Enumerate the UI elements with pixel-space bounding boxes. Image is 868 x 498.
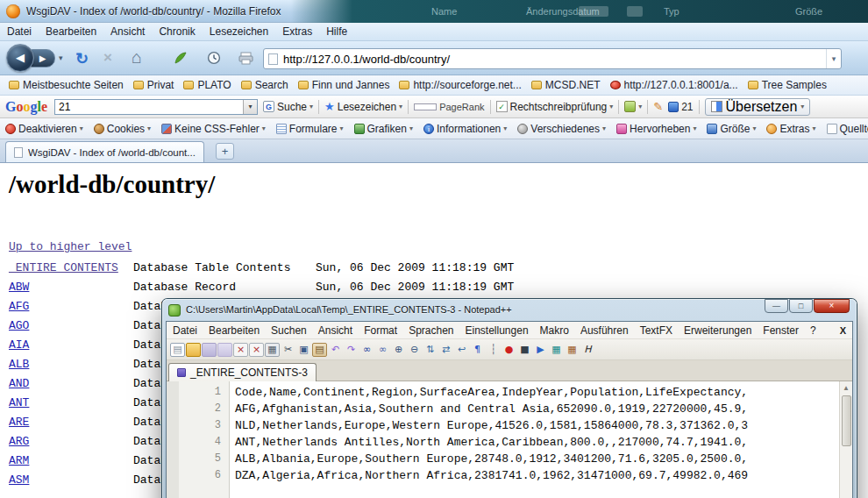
menu-item[interactable]: Datei bbox=[173, 324, 197, 337]
menu-item[interactable]: Chronik bbox=[159, 25, 195, 38]
tab-entire-contents[interactable]: _ENTIRE_CONTENTS-3 bbox=[168, 363, 317, 381]
sync-horizontal-icon[interactable]: ⇄ bbox=[438, 343, 453, 357]
menu-item[interactable]: Makro bbox=[540, 324, 569, 337]
macro-play-icon[interactable]: ▶ bbox=[533, 343, 548, 357]
sidewiki-button[interactable]: ▾ bbox=[624, 101, 642, 112]
reload-icon[interactable]: ↻ bbox=[75, 49, 89, 68]
scroll-up-icon[interactable]: ▲ bbox=[843, 382, 850, 394]
menu-item[interactable]: Fenster bbox=[763, 324, 799, 337]
resource-link[interactable]: _ENTIRE_CONTENTS bbox=[9, 259, 133, 278]
tab-wsgidav[interactable]: WsgiDAV - Index of /world-db/count... bbox=[5, 141, 204, 162]
menu-item[interactable]: Ansicht bbox=[110, 25, 145, 38]
menu-item[interactable]: Suchen bbox=[271, 324, 307, 337]
webdev-menu-item[interactable]: Formulare ▾ bbox=[276, 123, 344, 135]
webdev-menu-item[interactable]: Größe ▾ bbox=[707, 123, 756, 135]
stop-icon[interactable]: × bbox=[103, 49, 112, 67]
url-bar[interactable]: http://127.0.0.1/world-db/country/ ▾ bbox=[263, 48, 842, 69]
cut-icon[interactable]: ✂ bbox=[281, 343, 295, 357]
webdev-menu-item[interactable]: Keine CSS-Fehler ▾ bbox=[161, 123, 266, 135]
search-dropdown-icon[interactable]: ▾ bbox=[243, 100, 257, 114]
menu-item[interactable]: Bearbeiten bbox=[209, 324, 260, 337]
bookmark-item[interactable]: PLATO bbox=[183, 79, 231, 91]
resource-link[interactable]: ARG bbox=[9, 432, 133, 452]
print-icon[interactable]: ▦ bbox=[265, 343, 280, 357]
pagerank-indicator[interactable]: PageRank bbox=[414, 102, 484, 112]
resource-link[interactable]: ASM bbox=[9, 471, 133, 490]
close-button[interactable]: × bbox=[814, 299, 850, 313]
menu-item[interactable]: Bearbeiten bbox=[46, 25, 96, 38]
doc-close-button[interactable]: X bbox=[840, 325, 846, 336]
notepadpp-titlebar[interactable]: C:\Users\Martin\AppData\Local\Temp\_ENTI… bbox=[166, 299, 853, 321]
find-icon[interactable]: ∞ bbox=[359, 343, 374, 357]
sync-vertical-icon[interactable]: ⇅ bbox=[423, 343, 438, 357]
menu-item[interactable]: Ansicht bbox=[318, 324, 352, 337]
resource-link[interactable]: ARE bbox=[9, 413, 133, 432]
replace-icon[interactable]: ∞ bbox=[375, 343, 390, 357]
doc-monitor-icon[interactable]: ▦ bbox=[565, 343, 580, 357]
menu-item[interactable]: Datei bbox=[7, 25, 32, 38]
up-to-higher-level-link[interactable]: Up to higher level bbox=[9, 240, 132, 253]
webdev-menu-item[interactable]: Grafiken ▾ bbox=[354, 123, 413, 135]
resource-link[interactable]: AGO bbox=[9, 317, 133, 336]
menu-item[interactable]: Extras bbox=[282, 25, 312, 38]
zoom-out-icon[interactable]: ⊖ bbox=[407, 343, 422, 357]
home-icon[interactable]: ⌂ bbox=[132, 47, 142, 68]
menu-item[interactable]: Ausführen bbox=[580, 324, 629, 337]
zoom-in-icon[interactable]: ⊕ bbox=[391, 343, 406, 357]
resource-link[interactable]: AFG bbox=[9, 297, 133, 317]
resource-link[interactable]: ABW bbox=[9, 278, 133, 297]
indent-guide-icon[interactable]: ┆ bbox=[486, 343, 501, 357]
menu-item[interactable]: Sprachen bbox=[409, 324, 453, 337]
bookmark-item[interactable]: http://127.0.0.1:8001/a... bbox=[610, 79, 738, 91]
bookmark-item[interactable]: MCSD.NET bbox=[531, 79, 601, 91]
close-all-docs-icon[interactable]: × bbox=[249, 343, 264, 357]
new-file-icon[interactable]: ▤ bbox=[170, 343, 185, 357]
save-all-icon[interactable] bbox=[217, 343, 232, 357]
paste-icon[interactable]: ▤ bbox=[312, 343, 327, 357]
history-clock-icon[interactable] bbox=[207, 51, 221, 68]
autofill-button[interactable]: ✎ bbox=[653, 100, 663, 113]
resource-link[interactable]: ALB bbox=[9, 355, 133, 374]
save-icon[interactable] bbox=[202, 343, 217, 357]
text-area[interactable]: Code,Name,Continent,Region,SurfaceArea,I… bbox=[230, 381, 839, 498]
back-button[interactable]: ◀ bbox=[6, 44, 34, 72]
maximize-button[interactable]: □ bbox=[789, 299, 813, 313]
menu-item[interactable]: Einstellungen bbox=[466, 324, 529, 337]
new-tab-button[interactable]: + bbox=[216, 143, 234, 160]
redo-icon[interactable]: ↷ bbox=[344, 343, 359, 357]
resource-link[interactable]: ARM bbox=[9, 452, 133, 471]
close-doc-icon[interactable]: × bbox=[233, 343, 248, 357]
menu-item[interactable]: Erweiterungen bbox=[684, 324, 751, 337]
counter-indicator[interactable]: 21 bbox=[668, 101, 693, 113]
webdev-menu-item[interactable]: i Informationen ▾ bbox=[423, 123, 507, 135]
bookmark-item[interactable]: Finn und Jannes bbox=[298, 79, 390, 91]
show-symbols-icon[interactable]: ¶ bbox=[470, 343, 485, 357]
webdev-menu-item[interactable]: Extras ▾ bbox=[766, 123, 815, 135]
webdev-menu-item[interactable]: Verschiedenes ▾ bbox=[517, 123, 606, 135]
translate-button[interactable]: Übersetzen ▾ bbox=[705, 98, 811, 116]
menu-item[interactable]: Lesezeichen bbox=[210, 25, 268, 38]
bookmark-item[interactable]: http://sourceforge.net... bbox=[399, 79, 521, 91]
print-icon[interactable] bbox=[238, 52, 253, 68]
bookmark-item[interactable]: Privat bbox=[133, 79, 174, 91]
bookmark-item[interactable]: Meistbesuchte Seiten bbox=[9, 79, 124, 91]
resource-link[interactable]: ANT bbox=[9, 394, 133, 413]
macro-record-icon[interactable]: ● bbox=[502, 343, 516, 357]
undo-icon[interactable]: ↶ bbox=[328, 343, 343, 357]
macro-stop-icon[interactable]: ■ bbox=[517, 343, 532, 357]
webdev-menu-item[interactable]: Cookies ▾ bbox=[94, 123, 151, 135]
resource-link[interactable]: AND bbox=[9, 374, 133, 394]
editor-area[interactable]: 123456 Code,Name,Continent,Region,Surfac… bbox=[167, 381, 852, 498]
menu-item[interactable]: Hilfe bbox=[326, 25, 347, 38]
word-wrap-icon[interactable]: ↩ bbox=[454, 343, 469, 357]
url-dropdown-icon[interactable]: ▾ bbox=[826, 49, 841, 68]
plugin-icon[interactable]: ▦ bbox=[549, 343, 564, 357]
bookmark-item[interactable]: Tree Samples bbox=[748, 79, 827, 91]
menu-item[interactable]: ? bbox=[810, 324, 816, 337]
google-search-button[interactable]: G Suche ▾ bbox=[263, 101, 313, 113]
minimize-button[interactable]: — bbox=[765, 299, 788, 313]
google-bookmarks-button[interactable]: ★ Lesezeichen ▾ bbox=[324, 100, 402, 113]
menu-item[interactable]: Format bbox=[364, 324, 397, 337]
vertical-scrollbar[interactable]: ▲ bbox=[839, 381, 852, 498]
webdev-menu-item[interactable]: Hervorheben ▾ bbox=[616, 123, 696, 135]
